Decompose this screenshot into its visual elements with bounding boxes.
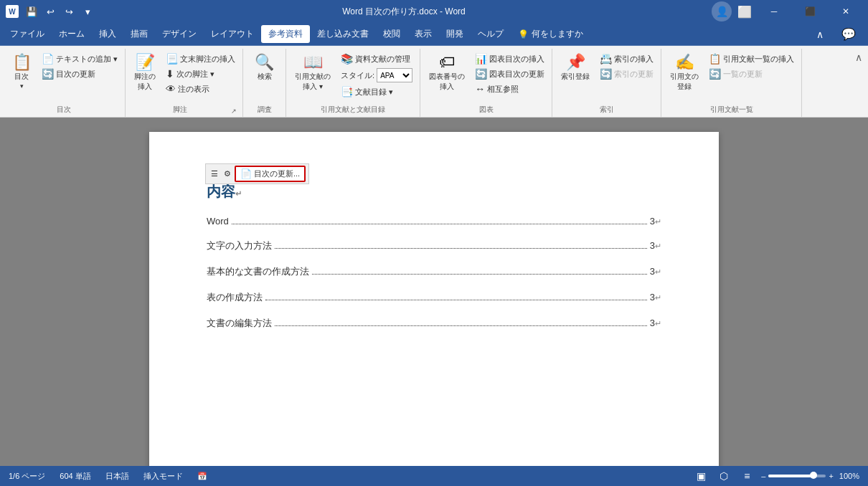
style-select-btn[interactable]: スタイル: APA MLA — [338, 67, 415, 84]
toc-entry-1[interactable]: Word 3↵ — [207, 216, 661, 227]
menu-view[interactable]: 表示 — [407, 25, 439, 43]
insert-tof-button[interactable]: 📊 図表目次の挿入 — [472, 52, 547, 66]
slider-fill — [768, 475, 811, 477]
add-text-button[interactable]: 📄 テキストの追加 ▾ — [39, 52, 121, 66]
para-mark-heading: ↵ — [235, 189, 242, 198]
next-footnote-button[interactable]: ⬇ 次の脚注 ▾ — [163, 67, 238, 81]
zoom-slider: – + — [761, 472, 834, 480]
ribbon-right: ∧ — [852, 49, 865, 117]
citeref-small-btns: 📋 引用文献一覧の挿入 🔄 一覧の更新 — [706, 52, 797, 81]
toa-icon: 📋 — [709, 53, 721, 65]
update-toc-button[interactable]: 🔄 目次の更新 — [39, 67, 121, 81]
menu-home[interactable]: ホーム — [52, 25, 92, 43]
menu-search[interactable]: 💡 何をしますか — [511, 25, 590, 43]
status-bar: 1/6 ページ 604 単語 日本語 挿入モード 📅 ▣ ⬡ ≡ – + 100… — [0, 466, 868, 486]
menu-design[interactable]: デザイン — [155, 25, 204, 43]
slider-thumb[interactable] — [810, 472, 817, 479]
search-button[interactable]: 🔍 検索 — [250, 52, 279, 85]
toc-entry-2[interactable]: 文字の入力方法 3↵ — [207, 239, 661, 252]
menu-draw[interactable]: 描画 — [123, 25, 155, 43]
cross-ref-button[interactable]: ↔ 相互参照 — [472, 82, 547, 96]
toc-entry-4[interactable]: 表の作成方法 3↵ — [207, 291, 661, 304]
zoom-level[interactable]: 100% — [839, 472, 859, 480]
manage-sources-button[interactable]: 📚 資料文献の管理 — [338, 52, 415, 66]
comments-btn[interactable]: 💬 — [832, 23, 865, 46]
redo-button[interactable]: ↪ — [60, 3, 77, 20]
update-index-icon: 🔄 — [600, 68, 612, 80]
footnote-group-corner[interactable]: ↗ — [230, 106, 238, 116]
slider-track[interactable] — [768, 475, 826, 477]
insert-index-button[interactable]: 📇 索引の挿入 — [597, 52, 656, 66]
insert-citation-button[interactable]: 📖 引用文献の挿入 ▾ — [291, 52, 335, 95]
undo-button[interactable]: ↩ — [42, 3, 59, 20]
toc-button[interactable]: 📋 目次▾ — [7, 52, 36, 92]
ribbon-collapse-btn[interactable]: ∧ — [811, 26, 829, 43]
endnote-button[interactable]: 📃 文末脚注の挿入 — [163, 52, 238, 66]
ribbon-group-citation: 📖 引用文献の挿入 ▾ 📚 資料文献の管理 スタイル: APA MLA 📑 — [286, 49, 420, 117]
update-toa-icon: 🔄 — [709, 68, 721, 80]
title-bar-right: 👤 ⬜ ─ ⬛ ✕ — [712, 0, 862, 23]
menu-developer[interactable]: 開発 — [439, 25, 471, 43]
menu-file[interactable]: ファイル — [3, 25, 52, 43]
search-icon: 🔍 — [255, 54, 274, 70]
toc-entry-3[interactable]: 基本的な文書の作成方法 3↵ — [207, 265, 661, 278]
print-layout-btn[interactable]: ▣ — [692, 469, 709, 483]
menu-references[interactable]: 参考資料 — [261, 25, 310, 43]
toc-small-btns: 📄 テキストの追加 ▾ 🔄 目次の更新 — [39, 52, 121, 81]
toc-entry-title-5: 文書の編集方法 — [207, 317, 272, 330]
menu-review[interactable]: 校閲 — [376, 25, 407, 43]
update-index-button[interactable]: 🔄 索引の更新 — [597, 67, 656, 81]
toc-entry-5[interactable]: 文書の編集方法 3↵ — [207, 317, 661, 330]
show-notes-button[interactable]: 👁 注の表示 — [163, 82, 238, 96]
citation-small-btns: 📚 資料文献の管理 スタイル: APA MLA 📑 文献目録 ▾ — [338, 52, 415, 99]
outline-view-btn[interactable]: ≡ — [738, 469, 755, 483]
save-button[interactable]: 💾 — [23, 3, 40, 20]
zoom-plus[interactable]: + — [829, 472, 833, 480]
ribbon-collapse-arrow[interactable]: ∧ — [855, 52, 862, 63]
add-text-icon: 📄 — [42, 53, 54, 65]
qat-dropdown[interactable]: ▾ — [79, 3, 96, 20]
minimize-button[interactable]: ─ — [758, 0, 791, 23]
citation-icon: 📖 — [303, 54, 323, 70]
toc-settings-icon[interactable]: ⚙ — [222, 168, 233, 179]
mark-entry-icon: 📌 — [566, 54, 585, 70]
quick-access-toolbar: 💾 ↩ ↪ ▾ — [23, 3, 96, 20]
search-group-content: 🔍 検索 — [250, 49, 279, 105]
footnote-group-label: 脚注 — [130, 105, 230, 117]
mark-citation-button[interactable]: ✍ 引用文の登録 — [666, 52, 703, 95]
toc-dots-2 — [275, 248, 647, 249]
ribbon-group-citeref: ✍ 引用文の登録 📋 引用文献一覧の挿入 🔄 一覧の更新 引用文献一覧 — [661, 49, 802, 117]
ribbon-group-caption: 🏷 図表番号の挿入 📊 図表目次の挿入 🔄 図表目次の更新 ↔ 相互参照 図表 — [420, 49, 552, 117]
bibliography-button[interactable]: 📑 文献目録 ▾ — [338, 85, 415, 99]
title-bar: W 💾 ↩ ↪ ▾ Word 目次の作り方.docx - Word 👤 ⬜ ─ … — [0, 0, 868, 23]
calendar-icon[interactable]: 📅 — [197, 472, 207, 481]
close-button[interactable]: ✕ — [829, 0, 862, 23]
insert-caption-button[interactable]: 🏷 図表番号の挿入 — [425, 52, 469, 95]
toc-toolbar: ☰ ⚙ 📄 目次の更新... — [205, 163, 309, 184]
insert-footnote-button[interactable]: 📝 脚注の挿入 — [130, 52, 160, 95]
document-area: ☰ ⚙ 📄 目次の更新... 内容↵ Word 3↵ 文字の入力方法 3↵ 基本… — [0, 118, 868, 466]
menu-help[interactable]: ヘルプ — [471, 25, 511, 43]
update-tof-button[interactable]: 🔄 図表目次の更新 — [472, 67, 547, 81]
menu-insert[interactable]: 挿入 — [92, 25, 123, 43]
word-count: 604 単語 — [60, 471, 90, 482]
update-toa-button[interactable]: 🔄 一覧の更新 — [706, 67, 797, 81]
toc-entry-title-2: 文字の入力方法 — [207, 239, 272, 252]
toc-page-2: 3↵ — [650, 240, 661, 251]
menu-layout[interactable]: レイアウト — [204, 25, 261, 43]
toc-heading: 内容↵ — [207, 182, 661, 201]
toc-list-icon[interactable]: ☰ — [209, 168, 220, 179]
update-toc-icon: 🔄 — [42, 68, 54, 80]
style-dropdown[interactable]: APA MLA — [377, 68, 412, 82]
ribbon-display-options[interactable]: ⬜ — [735, 1, 755, 22]
mark-entry-button[interactable]: 📌 索引登録 — [557, 52, 594, 85]
user-avatar[interactable]: 👤 — [712, 1, 732, 22]
cross-ref-icon: ↔ — [475, 83, 485, 95]
insert-toa-button[interactable]: 📋 引用文献一覧の挿入 — [706, 52, 797, 66]
web-view-btn[interactable]: ⬡ — [715, 469, 732, 483]
toc-update-floating-btn[interactable]: 📄 目次の更新... — [235, 166, 306, 182]
zoom-minus[interactable]: – — [761, 472, 765, 480]
menu-mailings[interactable]: 差し込み文書 — [310, 25, 376, 43]
restore-button[interactable]: ⬛ — [793, 0, 826, 23]
ribbon-group-index: 📌 索引登録 📇 索引の挿入 🔄 索引の更新 索引 — [552, 49, 661, 117]
